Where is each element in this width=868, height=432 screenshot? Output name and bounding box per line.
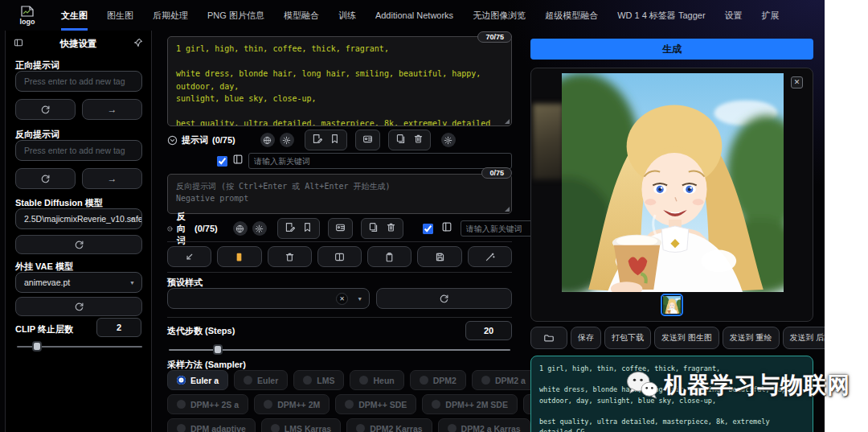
send-to-extras-button[interactable]: 发送到 后期处理 <box>783 327 825 349</box>
keyword-enable-checkbox[interactable] <box>423 224 433 234</box>
watermark: 机器学习与物联网 <box>625 370 850 401</box>
chevron-down-icon: ▼ <box>129 216 135 222</box>
sampler-option-euler-a[interactable]: Euler a <box>167 370 228 390</box>
close-icon[interactable]: ✕ <box>791 76 803 88</box>
magic-wand-button[interactable] <box>468 246 512 267</box>
sampler-option-heun[interactable]: Heun <box>350 370 403 390</box>
clip-skip-value[interactable]: 2 <box>96 318 141 337</box>
logo-label: logo <box>20 18 35 26</box>
vae-refresh-button[interactable] <box>15 297 142 316</box>
gear-icon[interactable] <box>252 221 267 236</box>
prompt-keyword-input[interactable] <box>248 153 512 169</box>
tab-wd14-tagger[interactable]: WD 1 4 标签器 Tagger <box>617 0 705 31</box>
apply-style-button[interactable] <box>367 246 411 267</box>
marker-button[interactable] <box>217 246 261 267</box>
save-style-button[interactable] <box>417 246 461 267</box>
radio-icon <box>356 424 365 432</box>
tab-extras[interactable]: 后期处理 <box>153 0 188 31</box>
sampler-option-dpmpp-2s-a[interactable]: DPM++ 2S a <box>167 394 248 414</box>
trash-icon[interactable] <box>386 221 396 236</box>
sampler-option-lms[interactable]: LMS <box>293 370 344 390</box>
tab-additional-networks[interactable]: Additional Networks <box>375 0 453 31</box>
edit-note-icon[interactable] <box>285 221 295 236</box>
edit-note-icon[interactable] <box>312 133 322 147</box>
tab-img2img[interactable]: 图生图 <box>107 0 133 31</box>
steps-label: 迭代步数 (Steps) <box>167 325 235 337</box>
gear-icon[interactable] <box>280 133 294 147</box>
pin-icon[interactable] <box>133 36 143 51</box>
save-button[interactable]: 保存 <box>571 327 601 349</box>
bookmark-icon[interactable] <box>302 221 313 236</box>
prompt-tool-group-1 <box>258 130 297 150</box>
vae-model-select[interactable]: animevae.pt ▼ <box>15 272 142 293</box>
negative-toolbar: 反向词 (0/75) <box>167 219 512 238</box>
tab-png-info[interactable]: PNG 图片信息 <box>207 0 264 31</box>
sd-model-refresh-button[interactable] <box>15 235 142 254</box>
keyword-enable-checkbox[interactable] <box>217 156 227 167</box>
tab-txt2img[interactable]: 文生图 <box>61 0 88 31</box>
sampler-option-dpm2-a-karras[interactable]: DPM2 a Karras <box>438 418 530 432</box>
sampler-option-dpmpp-sde[interactable]: DPM++ SDE <box>335 394 416 414</box>
prompt-tool-group-2 <box>305 130 347 150</box>
refresh-button[interactable] <box>15 99 76 120</box>
negative-tag-input[interactable] <box>15 140 142 161</box>
negative-prompt-textarea[interactable]: 反向提示词 (按 Ctrl+Enter 或 Alt+Enter 开始生成) Ne… <box>167 174 512 214</box>
send-to-inpaint-button[interactable]: 发送到 重绘 <box>723 327 780 349</box>
bookmark-icon[interactable] <box>330 133 340 147</box>
nav-tabs: 文生图 图生图 后期处理 PNG 图片信息 模型融合 训练 Additional… <box>61 0 780 31</box>
paste-params-button[interactable] <box>167 246 211 267</box>
gallery-thumbnail[interactable] <box>661 294 683 316</box>
sampler-row-2: DPM++ 2S a DPM++ 2M DPM++ SDE DPM++ 2M S… <box>167 394 518 414</box>
sampler-option-dpm2[interactable]: DPM2 <box>410 370 466 390</box>
tab-supermerger[interactable]: 超级模型融合 <box>545 0 598 31</box>
clip-skip-slider[interactable] <box>17 346 142 348</box>
split-view-button[interactable] <box>317 246 362 267</box>
gallery-adjacent-image[interactable] <box>533 104 563 179</box>
translate-icon[interactable] <box>260 133 275 147</box>
id-card-icon[interactable] <box>335 221 346 236</box>
open-folder-button[interactable] <box>530 327 567 349</box>
tab-extensions[interactable]: 扩展 <box>762 0 780 31</box>
generated-image[interactable] <box>562 73 784 292</box>
sampler-label: 采样方法 (Sampler) <box>167 359 246 371</box>
styles-refresh-button[interactable] <box>376 288 512 309</box>
negative-tag-buttons: → <box>15 168 142 189</box>
steps-slider-handle[interactable] <box>213 344 223 355</box>
id-card-icon[interactable] <box>362 133 373 147</box>
copy-page-icon[interactable] <box>395 133 406 147</box>
send-to-img2img-button[interactable]: 发送到 图生图 <box>654 327 719 349</box>
apply-arrow-button[interactable]: → <box>82 168 142 189</box>
sampler-option-euler[interactable]: Euler <box>234 370 288 390</box>
zip-download-button[interactable]: 打包下载 <box>604 327 651 349</box>
sampler-option-dpm-adaptive[interactable]: DPM adaptive <box>167 418 256 432</box>
sampler-option-lms-karras[interactable]: LMS Karras <box>261 418 341 432</box>
book-icon[interactable] <box>441 221 452 236</box>
sampler-option-dpm2-karras[interactable]: DPM2 Karras <box>346 418 432 432</box>
sampler-option-dpm2-a[interactable]: DPM2 a <box>472 370 535 390</box>
book-icon[interactable] <box>232 154 244 168</box>
copy-page-icon[interactable] <box>368 221 379 236</box>
sampler-option-dpmpp-2m[interactable]: DPM++ 2M <box>254 394 330 414</box>
tab-train[interactable]: 训练 <box>338 0 356 31</box>
prompt-column: 70/75 1 girl, high, thin, coffee, thick,… <box>161 31 518 432</box>
generate-button[interactable]: 生成 <box>530 39 813 60</box>
translate-icon[interactable] <box>233 221 248 236</box>
tab-image-browser[interactable]: 无边图像浏览 <box>473 0 526 31</box>
trash-icon[interactable] <box>413 133 424 147</box>
positive-tag-input[interactable] <box>15 71 142 92</box>
steps-value[interactable]: 20 <box>465 321 512 340</box>
gear-icon[interactable] <box>441 133 456 147</box>
styles-dropdown[interactable]: ✕ ▼ <box>167 288 370 309</box>
tab-checkpoint-merger[interactable]: 模型融合 <box>284 0 319 31</box>
clip-skip-slider-handle[interactable] <box>32 341 42 352</box>
prompt-accordion-toggle[interactable]: 提示词 (0/75) <box>167 134 235 146</box>
refresh-button[interactable] <box>15 168 76 189</box>
prompt-textarea[interactable]: 1 girl, high, thin, coffee, thick, fragr… <box>167 36 512 126</box>
apply-arrow-button[interactable]: → <box>82 99 142 120</box>
clear-prompt-button[interactable] <box>268 246 312 267</box>
sd-model-select[interactable]: 2.5D\majicmixReverie_v10.safe ▼ <box>15 208 142 229</box>
steps-slider[interactable] <box>169 349 510 351</box>
sampler-option-dpmpp-2m-sde[interactable]: DPM++ 2M SDE <box>422 394 518 414</box>
tab-settings[interactable]: 设置 <box>725 0 743 31</box>
clear-styles-icon[interactable]: ✕ <box>336 293 348 305</box>
